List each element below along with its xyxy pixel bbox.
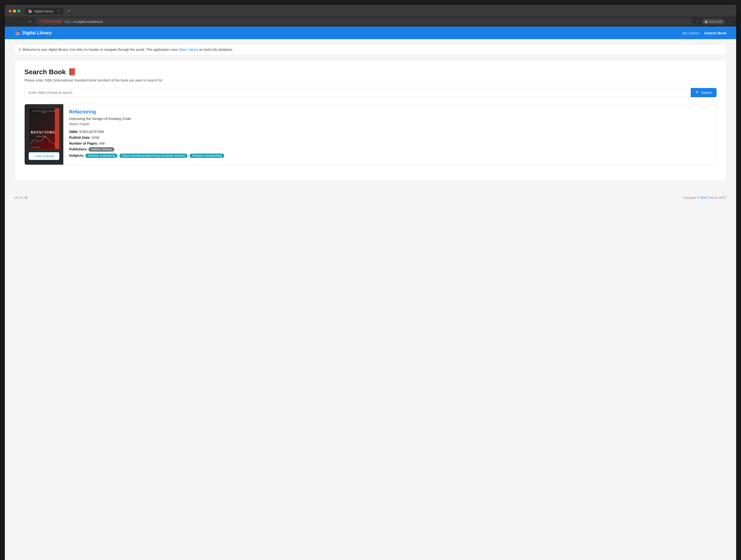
page-title-text: Search Book [24, 68, 66, 76]
add-to-library-button[interactable]: + Add to library [28, 152, 59, 160]
github-icon[interactable]: ⊙ [24, 195, 27, 200]
publish-date-row: Publish Date: 2018 [69, 136, 711, 139]
welcome-banner: ℹ Welcome to your digital library! Use l… [14, 44, 727, 55]
incognito-button[interactable]: 🕵 Gizli mod [702, 19, 725, 24]
subjects-label: Subjects: [69, 153, 84, 158]
search-button[interactable]: 🔍 Search [691, 88, 717, 97]
security-x-icon: ✕ [40, 20, 43, 23]
url-domain: ui.digilib.local/search [74, 20, 103, 23]
welcome-text: Welcome to your digital library! Use lin… [22, 48, 233, 52]
pages-row: Number of Pages: 448 [69, 141, 711, 145]
copyright: Copyright © 2024 Selcuk SERT [682, 196, 727, 199]
address-actions: ☆ 🕵 Gizli mod ⋮ [694, 18, 732, 25]
url-display: https://ui.digilib.local/search [64, 20, 103, 23]
open-library-link[interactable]: Open Library [179, 48, 198, 52]
security-label: Güvenli Değil [44, 20, 61, 23]
bookmark-button[interactable]: ☆ [694, 18, 700, 25]
forward-button[interactable]: → [18, 18, 25, 25]
copyright-author-text: Selcuk SERT [708, 196, 727, 199]
new-tab-button[interactable]: + [66, 9, 72, 14]
url-bar[interactable]: ✕ Güvenli Değil https://ui.digilib.local… [36, 18, 692, 25]
address-bar-row: ← → ↻ ✕ Güvenli Değil https://ui.digilib… [5, 16, 736, 26]
cover-bridge-svg [31, 136, 55, 144]
book-author: Martin Fowler [69, 122, 711, 126]
publisher-tag: Addison-Wesley [88, 147, 114, 151]
book-cover-column: The Addison-Wesley Signature Series REFA… [25, 104, 63, 165]
subject-tag-0: Software engineering [85, 153, 118, 158]
back-button[interactable]: ← [9, 18, 15, 25]
footer-version: v0.4.0 ⊙ [14, 195, 27, 200]
minimize-traffic-light[interactable] [13, 10, 16, 13]
nav-my-library[interactable]: My Library [682, 31, 699, 35]
book-cover-image: The Addison-Wesley Signature Series REFA… [28, 108, 59, 149]
copyright-year: 2024 [700, 196, 707, 199]
app-header: 📚 Digital Library My Library Search Book [5, 26, 736, 39]
info-icon: ℹ [19, 48, 20, 52]
security-badge: ✕ Güvenli Değil [39, 19, 62, 24]
tab-collapse-button[interactable]: ⌄ [729, 9, 732, 13]
search-icon: 🔍 [695, 91, 700, 95]
tab-favicon: 📚 [28, 9, 32, 13]
page-subtitle: Please enter ISBN (International Standar… [24, 78, 717, 82]
incognito-icon: 🕵 [704, 20, 708, 23]
isbn-value: 9780134757599 [79, 130, 104, 134]
book-icon: 📕 [68, 68, 77, 76]
cover-series: The Addison-Wesley Signature Series [31, 110, 57, 113]
book-result-card: The Addison-Wesley Signature Series REFA… [24, 104, 717, 165]
traffic-lights [9, 10, 20, 13]
pages-value: 448 [99, 141, 105, 145]
pages-label: Number of Pages: [69, 141, 98, 145]
nav-search-book[interactable]: Search Book [704, 31, 727, 35]
browser-tab[interactable]: 📚 Digital Library × [25, 8, 63, 14]
main-content: Search Book 📕 Please enter ISBN (Interna… [14, 60, 727, 181]
book-info: Refactoring Improving the Design of Exis… [63, 104, 716, 165]
refresh-button[interactable]: ↻ [27, 18, 33, 25]
publishers-label: Publishers: [69, 147, 87, 151]
app-logo: 📚 Digital Library [14, 30, 52, 36]
url-https: https:// [64, 20, 74, 23]
cover-title: REFACTORING [31, 130, 53, 134]
logo-icon: 📚 [14, 30, 20, 36]
isbn-row: ISBN: 9780134757599 [69, 130, 711, 134]
book-subtitle: Improving the Design of Existing Code [69, 117, 711, 121]
welcome-text-before: Welcome to your digital library! Use lin… [22, 48, 178, 52]
more-menu-button[interactable]: ⋮ [727, 18, 732, 25]
subject-tag-2: Software reengineering [190, 153, 224, 158]
subjects-row: Subjects: Software engineering Object-or… [69, 153, 711, 158]
cover-edition: Second Edition [31, 146, 40, 148]
close-traffic-light[interactable] [9, 10, 12, 13]
app-title: Digital Library [22, 30, 52, 36]
subject-tag-1: Object-oriented programming (computer sc… [119, 153, 187, 158]
header-nav: My Library Search Book [682, 31, 727, 35]
cover-red-bar [55, 108, 59, 149]
publish-date-value: 2018 [91, 136, 99, 139]
incognito-label: Gizli mod [709, 20, 722, 23]
search-button-label: Search [701, 91, 712, 95]
publish-date-label: Publish Date: [69, 136, 91, 139]
maximize-traffic-light[interactable] [17, 10, 20, 13]
isbn-label: ISBN: [69, 130, 78, 134]
tab-title: Digital Library [34, 9, 53, 13]
search-row: 🔍 Search [24, 88, 717, 97]
cover-badge [54, 109, 58, 113]
book-title-link[interactable]: Refactoring [69, 109, 711, 115]
welcome-text-after: as book info database. [199, 48, 233, 52]
tab-close-button[interactable]: × [59, 10, 60, 13]
publishers-row: Publishers: Addison-Wesley [69, 147, 711, 151]
page-footer: v0.4.0 ⊙ Copyright © 2024 Selcuk SERT [5, 191, 736, 204]
page-title: Search Book 📕 [24, 68, 717, 76]
copyright-text: Copyright © [682, 196, 699, 199]
isbn-input[interactable] [24, 88, 691, 97]
version-text: v0.4.0 [14, 196, 23, 199]
